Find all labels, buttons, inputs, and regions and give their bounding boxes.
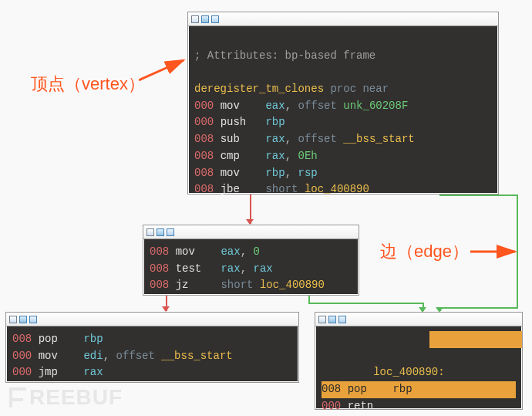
proc-name: deregister_tm_clones (194, 83, 324, 95)
mnemonic: mov (221, 167, 240, 179)
register: edi (83, 350, 103, 362)
mnemonic: retn (348, 400, 374, 412)
panel-titlebar (315, 313, 522, 326)
offset: 000 (12, 350, 32, 362)
mnemonic: mov (176, 245, 195, 258)
mnemonic: push (221, 116, 247, 128)
register: rax (265, 150, 285, 162)
code-block-mid: 008 mov eax, 0 008 test rax, rax 008 jz … (143, 225, 359, 296)
titlebar-icon (9, 316, 17, 323)
titlebar-icon (211, 15, 219, 23)
flow-edge (439, 307, 518, 309)
register: rax (221, 262, 240, 275)
offset: 008 (194, 150, 214, 162)
edge-arrowhead-icon (436, 307, 443, 313)
register: rbp (392, 383, 412, 395)
literal: 0Eh (298, 150, 317, 162)
register: eax (221, 245, 240, 258)
separator: , (241, 245, 254, 258)
mnemonic: jbe (221, 183, 240, 195)
offset: 008 (322, 383, 341, 395)
titlebar-icon (201, 15, 209, 23)
mnemonic: cmp (221, 150, 240, 162)
offset: 000 (322, 400, 341, 412)
mnemonic: jz (176, 279, 189, 291)
watermark-icon (9, 387, 26, 408)
mnemonic: pop (39, 333, 58, 345)
register: rbp (83, 333, 103, 345)
panel-titlebar (143, 225, 359, 239)
proc-keyword: proc near (330, 83, 389, 95)
vertex-arrow-icon (139, 56, 193, 86)
highlight-row: 008 pop rbp (322, 381, 516, 398)
watermark: REEBUF (9, 385, 123, 410)
code-block-left: 008 pop rbp 000 mov edi, offset __bss_st… (5, 312, 299, 383)
offset: 008 (194, 133, 214, 145)
separator: , (241, 262, 254, 275)
panel-titlebar (6, 313, 298, 326)
svg-line-0 (139, 60, 184, 80)
titlebar-icon (191, 15, 199, 23)
offset: 000 (12, 366, 32, 378)
register: rsp (298, 167, 317, 179)
titlebar-icon (338, 316, 346, 323)
mnemonic: mov (221, 100, 240, 112)
code-area: 008 pop rbp 000 mov edi, offset __bss_st… (6, 326, 298, 387)
label: loc_400890: (373, 366, 444, 378)
mnemonic: sub (221, 133, 240, 145)
code-area: ; Attributes: bp-based frame deregister_… (188, 26, 498, 205)
keyword: offset (298, 100, 343, 112)
flow-edge (517, 194, 518, 309)
titlebar-icon (19, 316, 27, 323)
register: rbp (265, 167, 285, 179)
titlebar-icon (146, 228, 154, 236)
symbol: __bss_start (161, 350, 232, 362)
edge-arrowhead-icon (246, 219, 254, 225)
mnemonic: jmp (39, 366, 58, 378)
separator: , (285, 100, 298, 112)
separator: , (285, 150, 298, 162)
offset: 000 (194, 116, 214, 128)
flow-edge (308, 303, 423, 304)
register: rbp (265, 116, 285, 128)
keyword: offset (116, 350, 161, 362)
mnemonic: pop (348, 383, 367, 395)
mnemonic: mov (39, 350, 58, 362)
edge-arrowhead-icon (419, 307, 426, 313)
offset: 008 (12, 333, 32, 345)
watermark-text: REEBUF (29, 385, 123, 410)
symbol: __bss_start (343, 133, 414, 145)
code-area: 008 mov eax, 0 008 test rax, rax 008 jz … (143, 239, 359, 300)
offset: 000 (194, 100, 214, 112)
comment-line: ; Attributes: bp-based frame (194, 49, 375, 62)
offset: 008 (150, 279, 169, 291)
symbol: loc_400890 (305, 183, 369, 195)
register: eax (265, 100, 285, 112)
code-block-top: ; Attributes: bp-based frame deregister_… (187, 12, 499, 194)
edge-annotation: 边（edge） (380, 240, 469, 263)
vertex-annotation: 顶点（vertex） (31, 73, 145, 96)
separator: , (285, 167, 298, 179)
flow-edge (308, 296, 310, 303)
separator: , (285, 133, 298, 145)
titlebar-icon (328, 316, 336, 323)
keyword: offset (298, 133, 343, 145)
edge-arrowhead-icon (162, 306, 170, 312)
symbol: unk_60208F (343, 100, 408, 112)
offset: 008 (150, 262, 169, 275)
offset: 008 (194, 183, 214, 195)
separator: , (103, 350, 116, 362)
flow-edge (439, 194, 517, 196)
symbol: loc_400890 (260, 279, 325, 291)
register: rax (253, 262, 272, 275)
offset: 008 (150, 245, 169, 258)
code-block-right: loc_400890: 008 pop rbp 000 retn deregis… (315, 312, 523, 410)
titlebar-icon (29, 316, 37, 323)
offset: 008 (194, 167, 214, 179)
register: rax (265, 133, 285, 145)
code-area: loc_400890: 008 pop rbp 000 retn deregis… (315, 326, 522, 416)
highlight-bar (429, 331, 522, 348)
titlebar-icon (167, 228, 174, 236)
mnemonic: test (176, 262, 202, 275)
keyword: short (221, 279, 259, 291)
